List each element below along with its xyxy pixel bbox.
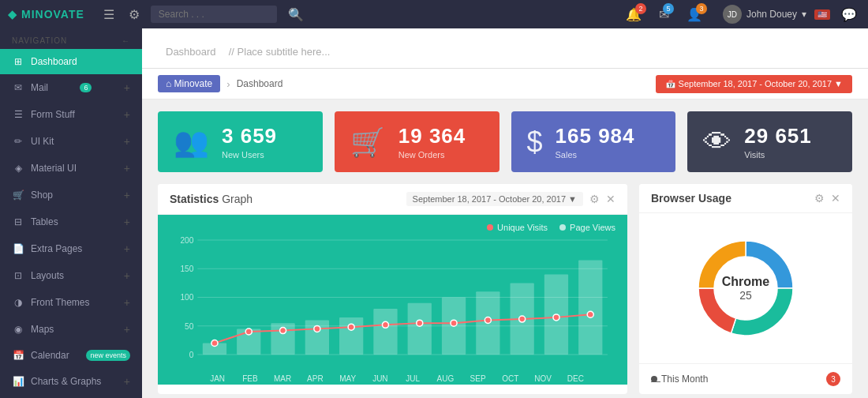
stat-label-3: Visits <box>744 150 812 160</box>
expand-icon[interactable]: + <box>124 108 130 121</box>
topbar: ◆ MINOVATE ☰ ⚙ 🔍 🔔2 ✉5 👤3 JD John Douey … <box>0 0 868 28</box>
stats-row: 👥 3 659 New Users 🛒 19 364 New Orders $ … <box>142 100 868 184</box>
chart-area: Unique Visits Page Views 050100150200 JA… <box>158 215 627 385</box>
month-label: APR <box>299 374 331 383</box>
svg-rect-16 <box>408 303 432 355</box>
breadcrumb-home[interactable]: ⌂ Minovate <box>158 75 220 92</box>
ui-kit-icon: ✏ <box>12 136 24 147</box>
calendar-badge: new events <box>86 350 130 361</box>
sidebar-item-front-themes[interactable]: ◑ Front Themes + <box>0 289 142 316</box>
chart-panel-header: Statistics Graph September 18, 2017 - Oc… <box>158 184 627 215</box>
legend-dot <box>559 224 566 231</box>
legend-label: Unique Visits <box>497 223 548 232</box>
legend-dot <box>487 224 493 231</box>
mail-icon: ✉ <box>12 82 24 93</box>
expand-icon[interactable]: + <box>124 242 130 255</box>
stat-number-1: 19 364 <box>398 124 466 148</box>
svg-point-29 <box>451 320 457 326</box>
sidebar-item-label: Calendar <box>31 350 69 361</box>
svg-text:50: 50 <box>185 322 194 331</box>
search-input[interactable] <box>151 6 277 23</box>
browser-settings-icon[interactable]: ⚙ <box>814 192 825 205</box>
svg-rect-21 <box>578 260 602 355</box>
browser-actions: ⚙ ✕ <box>814 192 840 205</box>
chart-date[interactable]: September 18, 2017 - October 20, 2017 ▼ <box>406 192 583 206</box>
svg-point-26 <box>348 324 354 330</box>
sidebar-item-layouts[interactable]: ⊡ Layouts + <box>0 262 142 289</box>
user-name: John Douey <box>746 9 797 20</box>
svg-point-25 <box>314 325 320 332</box>
stat-icon-1: 🛒 <box>350 126 386 159</box>
user-menu[interactable]: JD John Douey ▾ <box>723 5 806 24</box>
chat-icon[interactable]: 💬 <box>838 4 860 25</box>
shop-icon: 🛒 <box>12 190 24 201</box>
sidebar-item-label: Material UI <box>31 163 77 174</box>
notification-bell[interactable]: 🔔2 <box>626 7 642 22</box>
donut-chart: Chrome 25 <box>683 225 809 351</box>
front-themes-icon: ◑ <box>12 297 24 308</box>
svg-point-31 <box>519 316 526 322</box>
sidebar: NAVIGATION ← ⊞ Dashboard ✉ Mail 6 +☰ For… <box>0 28 142 398</box>
svg-text:200: 200 <box>180 236 193 245</box>
sidebar-item-label: Charts & Graphs <box>31 376 101 387</box>
dashboard-icon: ⊞ <box>12 56 24 67</box>
sidebar-item-ui-kit[interactable]: ✏ UI Kit + <box>0 128 142 155</box>
svg-point-33 <box>587 311 593 317</box>
date-range-picker[interactable]: 📅 September 18, 2017 - October 20, 2017 … <box>656 75 852 93</box>
sidebar-item-extra-pages[interactable]: 📄 Extra Pages + <box>0 235 142 262</box>
logo-text: MINOVATE <box>21 8 84 21</box>
sidebar-item-menu-levels[interactable]: ☰ Menu Levels + <box>0 395 142 398</box>
month-label: DEC <box>559 374 592 383</box>
sidebar-item-label: Front Themes <box>31 297 89 308</box>
search-icon[interactable]: 🔍 <box>285 4 307 25</box>
month-label: NOV <box>527 374 559 383</box>
chart-close-icon[interactable]: ✕ <box>606 193 615 205</box>
stat-icon-0: 👥 <box>174 126 209 159</box>
sidebar-item-dashboard[interactable]: ⊞ Dashboard <box>0 49 142 74</box>
expand-icon[interactable]: + <box>124 162 130 175</box>
extra-pages-icon: 📄 <box>12 243 24 254</box>
sidebar-item-label: Mail <box>31 82 48 93</box>
expand-icon[interactable]: + <box>124 375 130 388</box>
expand-icon[interactable]: + <box>124 216 130 228</box>
sidebar-item-form-stuff[interactable]: ☰ Form Stuff + <box>0 101 142 128</box>
footer-dot-icon: — <box>651 376 657 382</box>
breadcrumb: ⌂ Minovate › Dashboard <box>158 69 282 99</box>
collapse-icon[interactable]: ← <box>122 36 130 45</box>
stat-icon-3: 👁 <box>703 126 731 159</box>
stat-card-3: 👁 29 651 Visits <box>687 111 852 172</box>
month-label: SEP <box>462 374 494 383</box>
chart-settings-icon[interactable]: ⚙ <box>589 193 600 205</box>
month-label: OCT <box>494 374 526 383</box>
content: Dashboard // Place subtitle here... ⌂ Mi… <box>142 28 868 398</box>
maps-icon: ◉ <box>12 324 24 335</box>
notification-mail[interactable]: ✉5 <box>659 7 669 22</box>
mail-badge: 6 <box>80 83 92 92</box>
expand-icon[interactable]: + <box>124 323 130 336</box>
sidebar-item-shop[interactable]: 🛒 Shop + <box>0 182 142 208</box>
gear-icon[interactable]: ⚙ <box>125 4 143 25</box>
page-header: Dashboard // Place subtitle here... <box>142 28 868 69</box>
svg-point-30 <box>485 317 491 324</box>
sidebar-item-charts-graphs[interactable]: 📊 Charts & Graphs + <box>0 368 142 395</box>
expand-icon[interactable]: + <box>124 269 130 282</box>
sidebar-item-label: Maps <box>31 324 54 335</box>
sidebar-item-mail[interactable]: ✉ Mail 6 + <box>0 74 142 101</box>
expand-icon[interactable]: + <box>124 296 130 309</box>
browser-close-icon[interactable]: ✕ <box>831 192 840 205</box>
sidebar-items: ⊞ Dashboard ✉ Mail 6 +☰ Form Stuff +✏ UI… <box>0 49 142 398</box>
stat-label-0: New Users <box>222 150 277 160</box>
notification-user[interactable]: 👤3 <box>687 7 702 22</box>
sidebar-item-material-ui[interactable]: ◈ Material UI + <box>0 155 142 182</box>
avatar: JD <box>723 5 742 24</box>
flag-icon[interactable]: 🇺🇸 <box>814 9 830 20</box>
menu-icon[interactable]: ☰ <box>100 4 118 25</box>
month-label: MAR <box>267 374 299 383</box>
sidebar-item-maps[interactable]: ◉ Maps + <box>0 316 142 343</box>
sidebar-item-tables[interactable]: ⊟ Tables + <box>0 208 142 235</box>
expand-icon[interactable]: + <box>124 135 130 148</box>
sidebar-item-calendar[interactable]: 📅 Calendar new events <box>0 343 142 368</box>
breadcrumb-separator: › <box>226 78 230 90</box>
expand-icon[interactable]: + <box>124 81 130 94</box>
expand-icon[interactable]: + <box>124 189 130 201</box>
